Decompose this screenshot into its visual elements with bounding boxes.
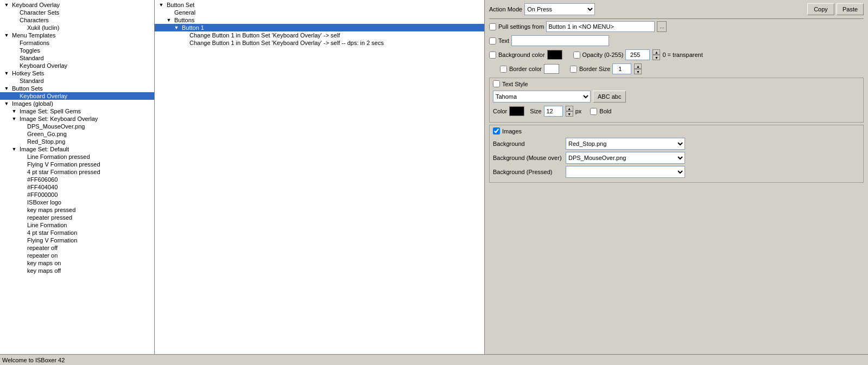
tree-label-character-sets: Character Sets (18, 9, 59, 16)
tree-expander-menu-templates[interactable]: ▼ (2, 33, 11, 38)
tree-item-characters[interactable]: Characters (0, 16, 154, 24)
tree-item-button-sets[interactable]: ▼Button Sets (0, 85, 154, 92)
tree-label-repeater-pressed: repeater pressed (26, 214, 72, 221)
opacity-input[interactable] (625, 49, 650, 60)
tree-expander-hotkey-sets[interactable]: ▼ (2, 71, 11, 76)
text-label: Text (498, 37, 509, 44)
tree-item-xukil[interactable]: Xukil (luclin) (0, 24, 154, 31)
abc-button[interactable]: ABC abc (593, 91, 626, 103)
tree-label-menu-templates: Menu Templates (11, 32, 56, 39)
pull-settings-expand-btn[interactable]: … (657, 21, 667, 32)
tree-label-keyboard-overlay-menu: Keyboard Overlay (18, 62, 67, 69)
tree-item-standard-hotkey[interactable]: Standard (0, 77, 154, 85)
border-size-input[interactable] (612, 63, 631, 74)
tree-item-4pt-star[interactable]: 4 pt star Formation (0, 229, 154, 236)
tree-item-menu-templates[interactable]: ▼Menu Templates (0, 31, 154, 39)
bg-color-checkbox[interactable] (489, 52, 496, 59)
bold-checkbox[interactable] (590, 108, 597, 115)
border-size-spinner[interactable]: ▲▼ (634, 63, 642, 74)
tree-item-standard[interactable]: Standard (0, 54, 154, 62)
tree-label-keyboard-overlay-img: Image Set: Keyboard Overlay (18, 116, 98, 122)
images-label: Images (502, 128, 522, 135)
tree-item-buttons[interactable]: ▼Buttons (155, 16, 484, 24)
font-select[interactable]: Tahoma Arial Verdana (493, 91, 591, 103)
tree-item-character-sets[interactable]: Character Sets (0, 9, 154, 16)
tree-expander-buttons[interactable]: ▼ (164, 17, 173, 23)
tree-item-ff606060[interactable]: #FF606060 (0, 176, 154, 183)
font-size-input[interactable] (544, 106, 563, 117)
pull-settings-input[interactable] (546, 21, 655, 32)
tree-expander-keyboard-overlay-root[interactable]: ▼ (2, 2, 11, 8)
px-label: px (575, 108, 582, 114)
bg-color-swatch[interactable] (547, 50, 562, 60)
tree-item-keyboard-overlay-btn[interactable]: Keyboard Overlay (0, 92, 154, 100)
tree-item-spell-gems[interactable]: ▼Image Set: Spell Gems (0, 107, 154, 115)
tree-item-change-btn1-dps[interactable]: Change Button 1 in Button Set 'Keyboard … (155, 39, 484, 47)
border-color-checkbox[interactable] (500, 66, 507, 73)
text-input[interactable] (511, 35, 609, 46)
bg-img-label: Background (493, 140, 563, 147)
tree-item-line-formation-pressed[interactable]: Line Formation pressed (0, 153, 154, 161)
tree-item-toggles[interactable]: Toggles (0, 47, 154, 54)
tree-item-change-btn1-self[interactable]: Change Button 1 in Button Set 'Keyboard … (155, 31, 484, 39)
tree-item-button-set[interactable]: ▼Button Set (155, 1, 484, 9)
opacity-label: Opacity (0-255) (582, 52, 624, 58)
tree-expander-button1[interactable]: ▼ (172, 25, 181, 30)
paste-button[interactable]: Paste (837, 3, 864, 15)
tree-item-dps-mouseover[interactable]: DPS_MouseOver.png (0, 123, 154, 130)
tree-expander-images-global[interactable]: ▼ (2, 101, 11, 106)
opacity-spinner[interactable]: ▲▼ (652, 49, 660, 60)
tree-item-repeater-pressed[interactable]: repeater pressed (0, 214, 154, 221)
tree-item-flying-v-pressed[interactable]: Flying V Formation pressed (0, 161, 154, 168)
tree-label-images-global: Images (global) (11, 100, 53, 107)
tree-item-images-global[interactable]: ▼Images (global) (0, 100, 154, 107)
images-checkbox[interactable] (493, 127, 500, 135)
tree-item-ff000000[interactable]: #FF000000 (0, 191, 154, 198)
tree-item-repeater-on[interactable]: repeater on (0, 252, 154, 259)
tree-item-4pt-star-pressed[interactable]: 4 pt star Formation pressed (0, 168, 154, 176)
tree-expander-button-sets[interactable]: ▼ (2, 86, 11, 91)
tree-item-line-formation[interactable]: Line Formation (0, 221, 154, 229)
tree-item-button1[interactable]: ▼Button 1 (155, 24, 484, 31)
tree-label-image-default: Image Set: Default (18, 146, 69, 152)
tree-item-repeater-off[interactable]: repeater off (0, 244, 154, 252)
tree-expander-keyboard-overlay-img[interactable]: ▼ (10, 116, 18, 121)
font-color-swatch[interactable] (509, 106, 524, 116)
text-style-checkbox[interactable] (493, 80, 500, 87)
tree-item-keyboard-overlay-img[interactable]: ▼Image Set: Keyboard Overlay (0, 115, 154, 123)
tree-item-keyboard-overlay-root[interactable]: ▼Keyboard Overlay (0, 1, 154, 9)
tree-item-isboxer-logo[interactable]: ISBoxer logo (0, 198, 154, 206)
tree-item-image-default[interactable]: ▼Image Set: Default (0, 145, 154, 153)
text-checkbox[interactable] (489, 37, 496, 44)
opacity-checkbox[interactable] (573, 52, 580, 59)
pull-settings-checkbox[interactable] (489, 23, 496, 30)
tree-item-key-maps-on[interactable]: key maps on (0, 259, 154, 267)
copy-button[interactable]: Copy (807, 3, 834, 15)
tree-item-key-maps-pressed[interactable]: key maps pressed (0, 206, 154, 214)
tree-label-4pt-star-pressed: 4 pt star Formation pressed (26, 169, 100, 175)
action-mode-select[interactable]: On Press On Release On Hold Toggle (524, 3, 595, 15)
border-size-checkbox[interactable] (570, 66, 577, 73)
main-container: ▼Keyboard OverlayCharacter SetsCharacter… (0, 0, 868, 354)
background-select[interactable]: Red_Stop.png DPS_MouseOver.png Green_Go.… (566, 138, 685, 150)
tree-label-dps-mouseover: DPS_MouseOver.png (26, 123, 85, 130)
tree-label-change-btn1-self: Change Button 1 in Button Set 'Keyboard … (188, 32, 340, 39)
tree-expander-button-set[interactable]: ▼ (157, 2, 166, 8)
tree-item-key-maps-off[interactable]: key maps off (0, 267, 154, 274)
tree-item-flying-v[interactable]: Flying V Formation (0, 236, 154, 244)
bg-pressed-select[interactable]: Red_Stop.png DPS_MouseOver.png Green_Go.… (566, 166, 685, 178)
tree-item-ff404040[interactable]: #FF404040 (0, 183, 154, 191)
tree-expander-image-default[interactable]: ▼ (10, 146, 18, 152)
tree-label-standard: Standard (18, 55, 44, 61)
tree-label-flying-v: Flying V Formation (26, 237, 77, 244)
font-size-spinner[interactable]: ▲▼ (566, 106, 573, 117)
tree-item-green-go[interactable]: Green_Go.png (0, 130, 154, 138)
tree-item-formations[interactable]: Formations (0, 39, 154, 47)
tree-item-keyboard-overlay-menu[interactable]: Keyboard Overlay (0, 62, 154, 69)
tree-item-red-stop[interactable]: Red_Stop.png (0, 138, 154, 145)
border-color-swatch[interactable] (544, 64, 559, 74)
tree-expander-spell-gems[interactable]: ▼ (10, 108, 18, 114)
bg-mouseover-select[interactable]: DPS_MouseOver.png Red_Stop.png Green_Go.… (566, 152, 685, 164)
tree-item-hotkey-sets[interactable]: ▼Hotkey Sets (0, 69, 154, 77)
tree-item-general[interactable]: General (155, 9, 484, 16)
